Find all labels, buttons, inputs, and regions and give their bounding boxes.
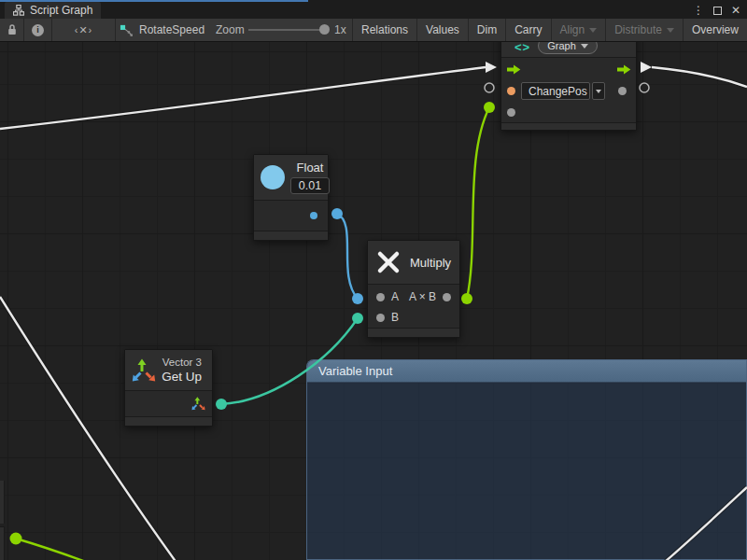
- node-header: Multiply: [368, 241, 459, 284]
- zoom-value: 1x: [334, 19, 346, 41]
- wire-multiply-to-variable[interactable]: [467, 107, 489, 299]
- info-icon: i: [32, 24, 44, 36]
- flow-out-arrow-icon[interactable]: [616, 64, 631, 75]
- circle-icon: [261, 165, 285, 189]
- node-header: Vector 3 Get Up: [125, 350, 212, 390]
- input-port-row: [501, 102, 636, 123]
- port-row-b: B: [376, 307, 451, 328]
- carry-button[interactable]: Carry: [505, 19, 550, 41]
- wire-endpoint[interactable]: [352, 293, 363, 304]
- node-footer: [368, 328, 459, 337]
- code-preview-icon: ‹✕›: [75, 24, 93, 36]
- window-controls: ⋮ ✕: [690, 2, 744, 19]
- lock-button[interactable]: [0, 19, 24, 41]
- node-title: Float: [297, 161, 324, 175]
- unconnected-port-left[interactable]: [485, 83, 494, 92]
- overview-button[interactable]: Overview: [683, 19, 747, 41]
- lock-icon: [7, 23, 18, 36]
- group-title-bar[interactable]: Variable Input: [307, 360, 746, 383]
- toolbar-buttons: Relations Values Dim Carry Align Distrib…: [352, 19, 747, 41]
- wire-endpoint[interactable]: [484, 102, 495, 113]
- distribute-dropdown: Distribute: [605, 19, 683, 41]
- variable-name-port[interactable]: [507, 87, 515, 95]
- graph-toolbar: i ‹✕› RotateSpeed Zoom 1x Relations Valu…: [0, 19, 747, 42]
- variable-select[interactable]: ChangePos: [521, 82, 590, 100]
- values-button[interactable]: Values: [416, 19, 468, 41]
- vector3-arrows-icon: [132, 358, 156, 383]
- zoom-slider[interactable]: [248, 29, 329, 31]
- node-ports: [125, 390, 212, 416]
- script-graph-hierarchy-icon: [13, 5, 24, 16]
- code-chevrons-icon: <>: [514, 42, 530, 54]
- graph-name-label: RotateSpeed: [139, 23, 204, 36]
- input-b-port[interactable]: [376, 314, 385, 322]
- align-dropdown: Align: [551, 19, 606, 41]
- flow-out-triangle-port[interactable]: [641, 62, 652, 73]
- zoom-slider-handle[interactable]: [319, 24, 330, 35]
- flow-in-arrow-icon[interactable]: [506, 64, 521, 75]
- chevron-down-icon: [589, 28, 597, 33]
- wire-endpoint[interactable]: [331, 208, 343, 219]
- tab-bar: Script Graph ⋮ ✕: [0, 2, 747, 19]
- group-variable-input[interactable]: Variable Input: [306, 359, 747, 560]
- flow-port-row: [501, 59, 636, 80]
- x-icon: [375, 249, 402, 275]
- wire-endpoint[interactable]: [461, 293, 472, 304]
- wire-flow-out[interactable]: [652, 67, 747, 87]
- relations-button[interactable]: Relations: [352, 19, 416, 41]
- window-menu-icon[interactable]: ⋮: [690, 2, 707, 19]
- wire-endpoint[interactable]: [216, 399, 227, 410]
- value-in-port[interactable]: [507, 108, 515, 117]
- node-footer: [501, 122, 636, 130]
- clipped-node-fragment: [0, 526, 5, 560]
- node-footer: [254, 231, 328, 240]
- window-maximize-icon[interactable]: [709, 2, 726, 19]
- dim-button[interactable]: Dim: [468, 19, 505, 41]
- node-subtitle: Get Up: [156, 370, 202, 384]
- node-ports: ChangePos: [501, 57, 636, 122]
- node-float-literal[interactable]: Float 0.01: [253, 154, 329, 241]
- chevron-down-icon: [596, 90, 601, 93]
- node-footer: [125, 416, 212, 426]
- code-preview-button[interactable]: ‹✕›: [52, 19, 116, 41]
- node-title: Multiply: [410, 256, 451, 270]
- wire-flow-in[interactable]: [0, 67, 486, 129]
- graph-canvas[interactable]: Variable Input <> Graph: [0, 42, 747, 560]
- wire-endpoint[interactable]: [352, 313, 363, 324]
- chevron-down-icon: [667, 28, 674, 33]
- node-ports: [254, 200, 328, 231]
- node-title: Vector 3: [156, 357, 202, 368]
- chevron-down-icon: [581, 44, 588, 49]
- wire-white-lower-left[interactable]: [0, 297, 179, 560]
- unconnected-port-right[interactable]: [640, 83, 649, 92]
- port-label-b: B: [391, 311, 399, 324]
- input-a-port[interactable]: [376, 293, 385, 301]
- node-header: <> Graph: [501, 42, 636, 57]
- node-set-variable[interactable]: <> Graph ChangeP: [500, 42, 637, 131]
- port-label-a: A: [391, 290, 399, 303]
- float-value-input[interactable]: 0.01: [290, 177, 330, 194]
- window-close-icon[interactable]: ✕: [727, 2, 744, 19]
- node-header: Float 0.01: [254, 155, 328, 200]
- info-button[interactable]: i: [24, 19, 52, 41]
- node-ports: A A × B B: [368, 284, 459, 328]
- float-out-port[interactable]: [310, 212, 317, 219]
- wire-lime-bottom-left[interactable]: [16, 539, 93, 560]
- wire-endpoint[interactable]: [10, 533, 22, 545]
- variable-select-button[interactable]: [592, 82, 605, 100]
- graph-breadcrumb[interactable]: RotateSpeed: [120, 19, 204, 41]
- port-row-a: A A × B: [376, 287, 451, 307]
- clipped-node-fragment: [0, 481, 5, 524]
- flow-in-triangle-port[interactable]: [486, 62, 497, 73]
- output-port[interactable]: [443, 293, 451, 301]
- wire-float-to-multiply[interactable]: [337, 214, 358, 299]
- tab-script-graph[interactable]: Script Graph: [5, 2, 101, 19]
- value-out-port[interactable]: [618, 87, 627, 95]
- node-vector3-get-up[interactable]: Vector 3 Get Up: [124, 349, 213, 427]
- vector3-out-port[interactable]: [191, 397, 205, 411]
- zoom-label: Zoom: [216, 19, 245, 41]
- node-multiply[interactable]: Multiply A A × B B: [367, 240, 460, 338]
- variable-kind-dropdown[interactable]: Graph: [538, 42, 598, 54]
- variable-port-row: ChangePos: [501, 80, 636, 102]
- graph-node-icon: [120, 23, 134, 37]
